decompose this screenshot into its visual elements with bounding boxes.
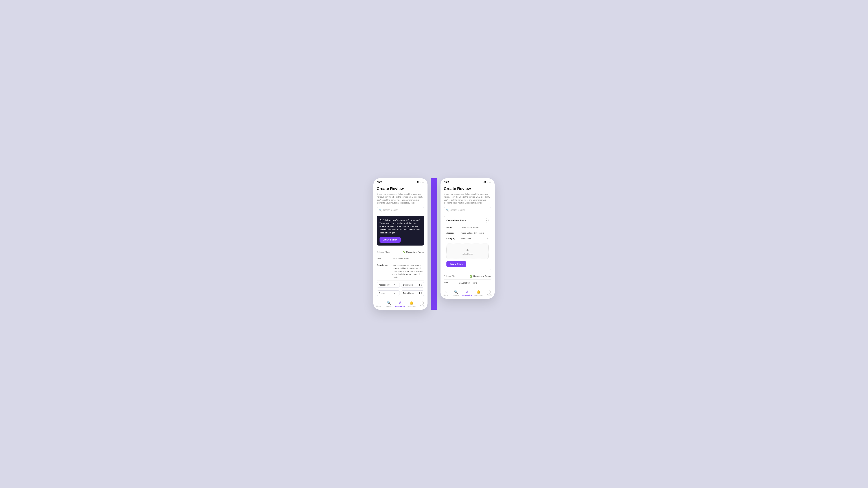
search-placeholder-left: Search location <box>383 209 398 211</box>
rating-row-2: Service 4 ▲▼ Friendliness 4 ▲▼ <box>377 289 424 297</box>
name-field: Name University of Toronto <box>446 225 489 230</box>
search-bar-left[interactable]: 🔍 Search location <box>377 207 424 213</box>
status-bar-right: 4:20 ∿ ▬ <box>440 178 495 184</box>
close-card-button[interactable]: ✕ <box>485 219 489 223</box>
right-phone: 4:20 ∿ ▬ Create Review Share your experi… <box>440 178 495 299</box>
decoration-label: Decoration <box>403 284 417 286</box>
bottom-nav-left: ⌂ Home 🔍 Search # New Review 🔔 Notificat… <box>373 299 428 310</box>
friendliness-label: Friendliness <box>403 292 417 294</box>
accessibility-rating[interactable]: Accessibility 4 ▲▼ <box>377 282 400 288</box>
title-row-left: Title University of Toronto <box>377 255 424 262</box>
newreview-icon-left: # <box>399 301 401 305</box>
search-nav-label-right: Search <box>454 294 459 296</box>
service-arrows: ▲▼ <box>396 292 398 295</box>
category-field-value: Educational <box>461 237 485 239</box>
tooltip-text: Can't find what you're looking for? No w… <box>379 219 422 234</box>
accessibility-arrows: ▲▼ <box>396 283 398 286</box>
create-place-button[interactable]: Create a place <box>379 237 401 242</box>
notifications-icon-left: 🔔 <box>409 301 413 305</box>
notifications-label-right: Notifications <box>474 294 483 296</box>
category-field: Category Educational ▲▼ <box>446 236 489 241</box>
friendliness-rating[interactable]: Friendliness 4 ▲▼ <box>401 290 424 296</box>
address-field-value: King's College Cir, Toronto <box>461 232 489 234</box>
page-wrapper: 4:20 ∿ ▬ Create Review Share your experi… <box>373 178 495 310</box>
upload-icon: ▲ <box>466 247 469 252</box>
profile-icon-left: ◯ <box>421 301 424 304</box>
left-phone: 4:20 ∿ ▬ Create Review Share your experi… <box>373 178 428 310</box>
address-field: Address King's College Cir, Toronto <box>446 230 489 236</box>
nav-profile-left[interactable]: ◯ Profile <box>418 301 426 307</box>
title-value-right: University of Toronto <box>459 282 491 285</box>
upload-image-area[interactable]: ▲ Upload Image <box>446 243 489 259</box>
wifi-icon-right: ∿ <box>487 181 488 183</box>
rating-row-1: Accessibility 4 ▲▼ Decoration 4 ▲▼ <box>377 281 424 289</box>
center-divider <box>431 178 437 310</box>
upload-label: Upload Image <box>462 253 473 255</box>
decoration-value: 4 <box>418 284 420 286</box>
status-icons-right: ∿ ▬ <box>483 181 491 183</box>
decoration-arrows: ▲▼ <box>421 283 422 286</box>
newreview-icon-right: # <box>466 290 468 294</box>
status-time-right: 4:20 <box>444 181 449 183</box>
profile-icon-right: ◯ <box>488 290 491 293</box>
battery-icon-right: ▬ <box>489 181 491 183</box>
check-icon-right: ✅ <box>469 275 472 278</box>
category-chevron-icon: ▲▼ <box>485 237 489 239</box>
status-icons-left: ∿ ▬ <box>416 181 424 183</box>
selected-place-name-right: University of Toronto <box>473 275 491 277</box>
nav-search-left[interactable]: 🔍 Search <box>385 301 393 307</box>
profile-label-right: Profile <box>487 294 492 296</box>
name-field-label: Name <box>446 226 461 228</box>
nav-notifications-right[interactable]: 🔔 Notifications <box>474 290 483 296</box>
search-bar-right[interactable]: 🔍 Search location <box>444 207 491 213</box>
left-phone-content: Create Review Share your experience! Tel… <box>373 184 428 297</box>
create-place-submit-button[interactable]: Create Place <box>446 261 466 267</box>
service-rating[interactable]: Service 4 ▲▼ <box>377 290 400 296</box>
nav-notifications-left[interactable]: 🔔 Notifications <box>407 301 416 307</box>
bottom-nav-right: ⌂ Home 🔍 Search # New Review 🔔 Notificat… <box>440 288 495 299</box>
page-title-right: Create Review <box>444 186 491 191</box>
search-nav-icon-right: 🔍 <box>454 290 458 294</box>
nav-search-right[interactable]: 🔍 Search <box>452 290 460 296</box>
search-nav-icon-left: 🔍 <box>387 301 391 305</box>
decoration-rating[interactable]: Decoration 4 ▲▼ <box>401 282 424 288</box>
right-phone-content: Create Review Share your experience! Tel… <box>440 184 495 287</box>
notifications-icon-right: 🔔 <box>476 290 480 294</box>
description-label-left: Description <box>377 264 392 266</box>
newreview-label-left: New Review <box>395 305 405 307</box>
name-field-value: University of Toronto <box>461 226 489 228</box>
profile-label-left: Profile <box>420 305 425 307</box>
check-icon-left: ✅ <box>402 251 405 253</box>
card-title: Create New Place <box>446 219 466 222</box>
search-placeholder-right: Search location <box>451 209 465 211</box>
page-title-left: Create Review <box>377 186 424 191</box>
page-subtitle-right: Share your experience! Tell us about the… <box>444 193 491 204</box>
nav-newreview-right[interactable]: # New Review <box>462 290 472 296</box>
selected-place-value-left: ✅ University of Toronto <box>402 251 424 253</box>
selected-place-label-left: Selected Place <box>377 251 390 253</box>
title-row-right: Title University of Toronto <box>444 280 491 287</box>
service-label: Service <box>379 292 393 294</box>
search-nav-label-left: Search <box>386 305 392 307</box>
nav-home-right[interactable]: ⌂ Home <box>442 290 450 296</box>
tooltip-banner: Can't find what you're looking for? No w… <box>377 216 424 246</box>
nav-profile-right[interactable]: ◯ Profile <box>486 290 493 296</box>
accessibility-label: Accessibility <box>379 284 393 286</box>
home-icon-left: ⌂ <box>377 301 379 305</box>
title-label-left: Title <box>377 257 392 259</box>
selected-place-row-right: Selected Place ✅ University of Toronto <box>444 273 491 280</box>
category-select[interactable]: Educational ▲▼ <box>461 237 489 239</box>
nav-newreview-left[interactable]: # New Review <box>395 301 405 307</box>
address-field-label: Address <box>446 232 461 234</box>
search-icon-left: 🔍 <box>379 209 382 212</box>
accessibility-value: 4 <box>394 284 395 286</box>
status-time-left: 4:20 <box>377 181 382 183</box>
category-field-label: Category <box>446 237 461 239</box>
friendliness-arrows: ▲▼ <box>421 292 422 295</box>
search-icon-right: 🔍 <box>446 209 449 212</box>
description-row-left: Description Diversity thrives within its… <box>377 262 424 281</box>
home-icon-right: ⌂ <box>445 290 446 294</box>
friendliness-value: 4 <box>418 292 420 294</box>
nav-home-left[interactable]: ⌂ Home <box>375 301 382 307</box>
right-form-section: Selected Place ✅ University of Toronto T… <box>444 272 491 287</box>
